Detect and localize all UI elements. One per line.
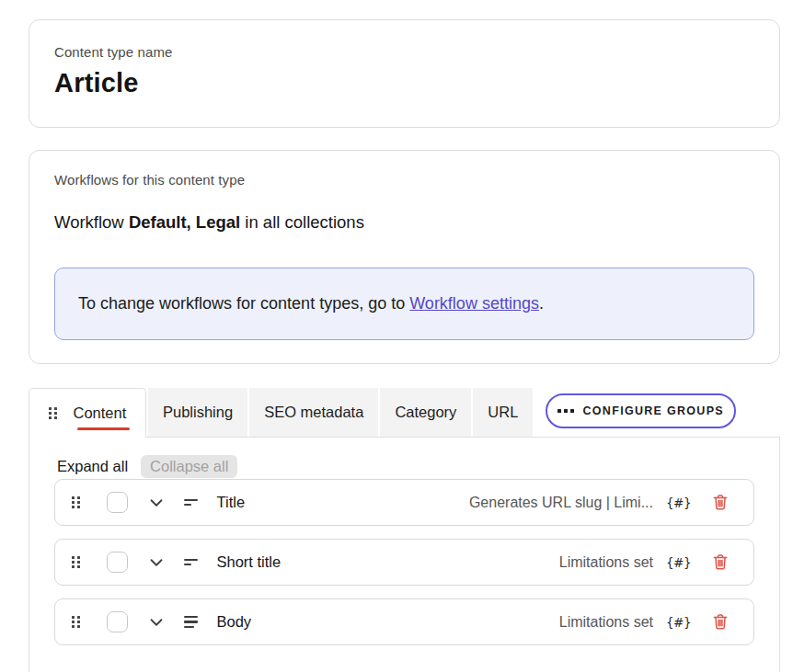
element-checkbox[interactable] [107,552,128,573]
macro-codename-icon[interactable]: {#} [666,615,691,630]
element-status-text: Generates URL slug | Limi... [469,495,653,511]
tab-publishing[interactable]: Publishing [148,388,247,437]
chevron-down-icon[interactable] [146,612,167,632]
delete-element-icon[interactable] [711,493,730,512]
drag-handle-icon[interactable] [72,496,80,508]
content-type-name-label: Content type name [54,44,754,60]
tab-label: Content [74,404,127,422]
text-element-icon [184,559,199,566]
macro-codename-icon[interactable]: {#} [666,495,691,510]
chevron-down-icon[interactable] [146,493,167,513]
element-row-short-title[interactable]: Short title Limitations set {#} [54,539,754,586]
configure-groups-label: CONFIGURE GROUPS [583,404,724,417]
delete-element-icon[interactable] [711,612,730,632]
content-type-name-card: Content type name Article [29,19,780,128]
element-status-text: Limitations set [559,554,653,571]
configure-groups-button[interactable]: CONFIGURE GROUPS [546,393,736,428]
element-checkbox[interactable] [107,492,128,513]
tab-label: URL [488,404,518,421]
info-text: To change workflows for content types, g… [78,294,544,313]
workflow-sentence: Workflow Default, Legal in all collectio… [54,212,754,233]
delete-element-icon[interactable] [711,552,730,572]
element-name: Title [217,494,246,511]
workflow-info-callout: To change workflows for content types, g… [54,268,754,340]
active-tab-underline [77,427,130,430]
tab-seo-metadata[interactable]: SEO metadata [249,388,378,437]
content-elements-panel: Expand all Collapse all Title Generates … [29,437,780,672]
macro-codename-icon[interactable]: {#} [666,555,691,570]
element-row-actions: Generates URL slug | Limi... {#} [469,493,730,512]
element-status-text: Limitations set [559,614,653,631]
chevron-down-icon[interactable] [146,552,167,573]
expand-collapse-toolbar: Expand all Collapse all [57,454,779,479]
tab-drag-handle-icon[interactable] [49,407,57,419]
workflow-settings-link[interactable]: Workflow settings [409,294,539,313]
drag-handle-icon[interactable] [72,556,80,568]
element-name: Short title [217,553,282,571]
workflows-card-label: Workflows for this content type [54,172,754,188]
drag-handle-icon[interactable] [72,616,80,628]
three-dots-icon [557,409,574,413]
collapse-all-button: Collapse all [141,455,237,478]
tab-url[interactable]: URL [473,388,533,437]
content-group-tabs: Content Publishing SEO metadata Category… [29,388,533,438]
workflows-card: Workflows for this content type Workflow… [29,150,780,364]
tab-label: SEO metadata [264,404,363,421]
workflow-sentence-suffix: in all collections [240,212,364,232]
tab-label: Category [395,404,456,421]
text-element-icon [184,499,199,507]
rich-text-element-icon [184,616,199,629]
element-checkbox[interactable] [107,611,128,632]
tab-label: Publishing [163,404,233,421]
info-text-after-link: . [539,294,544,313]
info-text-before-link: To change workflows for content types, g… [78,294,409,313]
workflow-names: Default, Legal [129,212,240,232]
element-row-actions: Limitations set {#} [559,552,730,572]
element-row-actions: Limitations set {#} [559,612,730,632]
content-type-name-value: Article [54,68,754,98]
element-row-title[interactable]: Title Generates URL slug | Limi... {#} [54,479,754,526]
workflow-sentence-prefix: Workflow [54,212,129,232]
tab-category[interactable]: Category [380,388,471,437]
expand-all-button[interactable]: Expand all [57,458,128,475]
tab-content[interactable]: Content [29,388,146,438]
element-name: Body [217,613,252,631]
element-row-body[interactable]: Body Limitations set {#} [54,598,754,645]
